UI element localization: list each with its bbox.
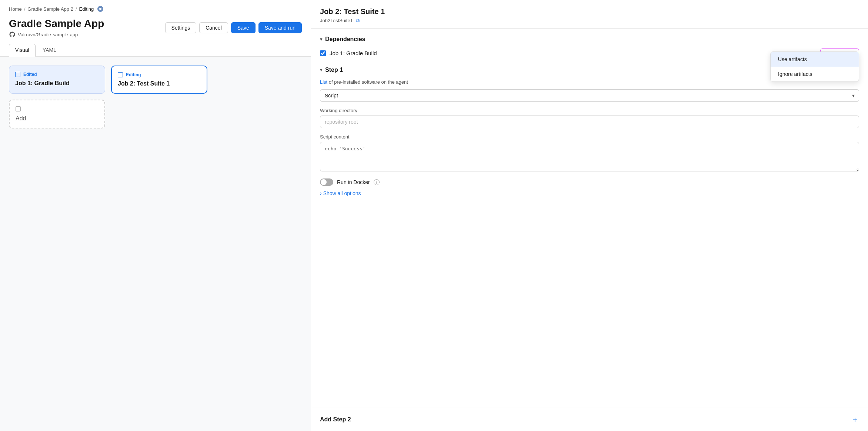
docker-toggle[interactable] (320, 178, 333, 186)
script-type-field: Script Command Custom ▾ (320, 89, 859, 102)
job1-title: Job 1: Gradle Build (15, 80, 99, 87)
docker-info-icon[interactable]: i (374, 179, 380, 185)
header-actions: Settings Cancel Save Save and run (165, 22, 302, 33)
add-step-icon[interactable]: ＋ (851, 414, 859, 425)
breadcrumb-current: Editing (79, 6, 94, 12)
job-card-1[interactable]: Edited Job 1: Gradle Build (9, 66, 105, 94)
dep-label-1: Job 1: Gradle Build (330, 50, 377, 56)
add-step-bar: Add Step 2 ＋ (311, 408, 868, 431)
job1-checkbox[interactable] (15, 72, 20, 77)
breadcrumb-home[interactable]: Home (9, 6, 22, 12)
artifact-dropdown-container: Use artifacts ▾ Use artifacts Ignore art… (820, 49, 859, 58)
breadcrumb-project[interactable]: Gradle Sample App 2 (27, 6, 73, 12)
cancel-button[interactable]: Cancel (199, 22, 228, 33)
page-title: Gradle Sample App (9, 18, 104, 30)
tab-visual[interactable]: Visual (9, 44, 36, 57)
dependencies-title: Dependencies (325, 36, 365, 43)
save-and-run-button[interactable]: Save and run (258, 22, 302, 33)
canvas-area: Edited Job 1: Gradle Build Editing Job 2… (0, 57, 311, 431)
right-panel-title: Job 2: Test Suite 1 (320, 7, 859, 16)
job1-header: Edited (15, 72, 99, 77)
script-content-field: Script content echo 'Success' (320, 134, 859, 173)
dependency-row-1: Job 1: Gradle Build Use artifacts ▾ Use … (320, 49, 859, 58)
breadcrumb: Home / Gradle Sample App 2 / Editing (0, 0, 311, 15)
page-header: Gradle Sample App Valrravn/Gradle-sample… (0, 15, 311, 44)
deps-chevron-icon[interactable]: ▾ (320, 37, 322, 42)
job2-status: Editing (126, 72, 141, 77)
step1-title: Step 1 (325, 67, 343, 73)
dependencies-header: ▾ Dependencies (320, 36, 859, 43)
job2-checkbox[interactable] (118, 72, 123, 77)
dependencies-section: ▾ Dependencies Job 1: Gradle Build Use a… (320, 36, 859, 58)
dropdown-item-ignore-artifacts[interactable]: Ignore artifacts (771, 67, 859, 81)
job1-status: Edited (23, 72, 37, 77)
repo-info: Valrravn/Gradle-sample-app (9, 31, 104, 38)
docker-toggle-row: Run in Docker i (320, 178, 859, 186)
working-dir-field: Working directory (320, 108, 859, 128)
editing-status-icon (97, 6, 103, 12)
step1-subtitle-rest: of pre-installed software on the agent (327, 79, 408, 85)
copy-icon[interactable]: ⧉ (356, 17, 360, 24)
script-content-label: Script content (320, 134, 859, 140)
list-link[interactable]: List (320, 79, 327, 85)
tab-yaml[interactable]: YAML (36, 44, 63, 56)
save-button[interactable]: Save (231, 22, 256, 33)
script-type-wrapper: Script Command Custom ▾ (320, 89, 859, 102)
breadcrumb-sep1: / (24, 6, 26, 12)
show-all-options-link[interactable]: › Show all options (320, 190, 859, 196)
dropdown-item-use-artifacts[interactable]: Use artifacts (771, 52, 859, 67)
tabs-bar: Visual YAML (0, 44, 311, 57)
right-header: Job 2: Test Suite 1 Job2TestSuite1 ⧉ (311, 0, 868, 29)
job2-header: Editing (118, 72, 201, 77)
working-dir-label: Working directory (320, 108, 859, 113)
script-type-select[interactable]: Script Command Custom (320, 89, 859, 102)
show-options-chevron: › (320, 190, 322, 196)
repo-link[interactable]: Valrravn/Gradle-sample-app (18, 32, 78, 37)
github-icon (9, 31, 16, 38)
docker-label: Run in Docker (337, 179, 370, 185)
step1-section: ▾ Step 1 List of pre-installed software … (320, 67, 859, 196)
dep-checkbox-1[interactable] (320, 50, 326, 56)
right-panel-subtitle: Job2TestSuite1 ⧉ (320, 17, 859, 24)
right-panel: Job 2: Test Suite 1 Job2TestSuite1 ⧉ ▾ D… (311, 0, 868, 431)
step1-chevron-icon[interactable]: ▾ (320, 67, 322, 73)
add-checkbox (16, 106, 21, 111)
right-body: ▾ Dependencies Job 1: Gradle Build Use a… (311, 29, 868, 408)
left-panel: Home / Gradle Sample App 2 / Editing Gra… (0, 0, 311, 431)
settings-button[interactable]: Settings (165, 22, 197, 33)
header-left: Gradle Sample App Valrravn/Gradle-sample… (9, 18, 104, 38)
add-job-card[interactable]: Add (9, 100, 105, 128)
job2-title: Job 2: Test Suite 1 (118, 80, 201, 87)
script-content-textarea[interactable]: echo 'Success' (320, 142, 859, 171)
working-dir-input[interactable] (320, 116, 859, 128)
add-job-label: Add (16, 115, 26, 121)
breadcrumb-sep2: / (76, 6, 77, 12)
job-card-2[interactable]: Editing Job 2: Test Suite 1 (111, 66, 207, 94)
add-step-label: Add Step 2 (320, 416, 351, 423)
jobs-grid: Edited Job 1: Gradle Build Editing Job 2… (9, 66, 302, 128)
right-panel-id: Job2TestSuite1 (320, 18, 353, 23)
dep-left: Job 1: Gradle Build (320, 50, 377, 56)
show-all-options-label: Show all options (323, 190, 361, 196)
artifact-dropdown-menu: Use artifacts Ignore artifacts (770, 51, 859, 82)
